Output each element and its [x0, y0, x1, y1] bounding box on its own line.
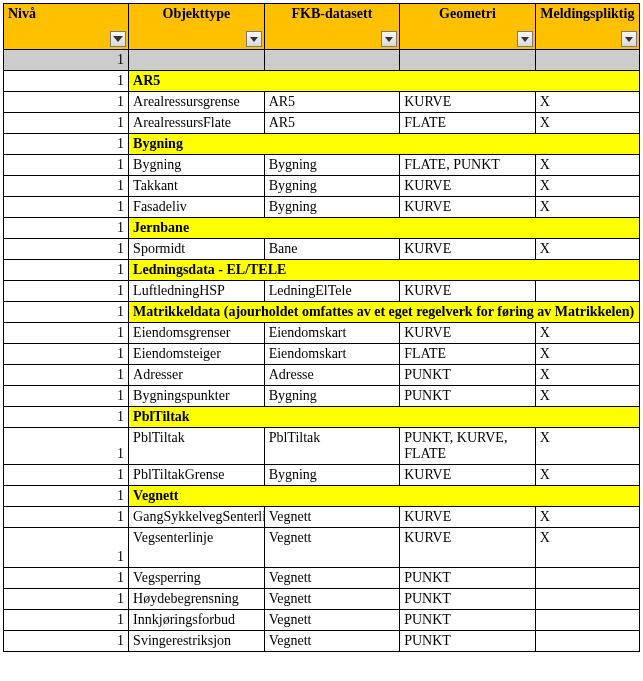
dropdown-icon[interactable] [246, 31, 262, 47]
cell-geometri: KURVE [400, 528, 536, 568]
cell-meldingspliktig: X [535, 323, 639, 344]
cell-nivaa: 1 [4, 197, 129, 218]
cell-nivaa: 1 [4, 71, 129, 92]
table-row: 1BygningBygningFLATE, PUNKTX [4, 155, 640, 176]
cell-geometri: PUNKT, KURVE, FLATE [400, 428, 536, 465]
header-row: Nivå Objekttype FKB-datasett Geometri Me… [4, 4, 640, 50]
table-row: 1AdresserAdressePUNKTX [4, 365, 640, 386]
cell-fkb: AR5 [264, 92, 400, 113]
cell-fkb: Vegnett [264, 528, 400, 568]
cell-geometri: PUNKT [400, 610, 536, 631]
cell-fkb: Adresse [264, 365, 400, 386]
cell-objekttype: PblTiltakGrense [129, 465, 265, 486]
cell-objekttype: Innkjøringsforbud [129, 610, 265, 631]
cell-meldingspliktig: X [535, 92, 639, 113]
cell-nivaa: 1 [4, 610, 129, 631]
col-header-nivaa: Nivå [4, 4, 129, 50]
section-header-row: 1Ledningsdata - EL/TELE [4, 260, 640, 281]
section-header-row: 1Matrikkeldata (ajourholdet omfattes av … [4, 302, 640, 323]
table-row: 1SvingerestriksjonVegnettPUNKT [4, 631, 640, 652]
cell-objekttype: ArealressursFlate [129, 113, 265, 134]
cell-geometri: KURVE [400, 507, 536, 528]
cell-meldingspliktig: X [535, 428, 639, 465]
table-row: 1FasadelivBygningKURVEX [4, 197, 640, 218]
dropdown-icon[interactable] [621, 31, 637, 47]
cell-nivaa: 1 [4, 50, 129, 71]
header-label: Objekttype [163, 6, 231, 21]
table-row: 1VegsperringVegnettPUNKT [4, 568, 640, 589]
cell-nivaa: 1 [4, 281, 129, 302]
cell-objekttype: Høydebegrensning [129, 589, 265, 610]
cell-meldingspliktig [535, 610, 639, 631]
cell-fkb: Vegnett [264, 589, 400, 610]
cell-fkb: PblTiltak [264, 428, 400, 465]
col-header-geometri: Geometri [400, 4, 536, 50]
dropdown-icon[interactable] [517, 31, 533, 47]
section-title: Matrikkeldata (ajourholdet omfattes av e… [129, 302, 640, 323]
cell-fkb: Bygning [264, 155, 400, 176]
cell-geometri: KURVE [400, 239, 536, 260]
cell-meldingspliktig [535, 281, 639, 302]
cell-objekttype: LuftledningHSP [129, 281, 265, 302]
cell-nivaa: 1 [4, 176, 129, 197]
table-row: 1InnkjøringsforbudVegnettPUNKT [4, 610, 640, 631]
cell-nivaa: 1 [4, 568, 129, 589]
cell-geometri: PUNKT [400, 365, 536, 386]
cell-nivaa: 1 [4, 589, 129, 610]
cell-nivaa: 1 [4, 344, 129, 365]
cell-geometri: PUNKT [400, 589, 536, 610]
section-header-row: 1Vegnett [4, 486, 640, 507]
dropdown-icon[interactable] [381, 31, 397, 47]
col-header-objekttype: Objekttype [129, 4, 265, 50]
cell-meldingspliktig: X [535, 176, 639, 197]
data-table: Nivå Objekttype FKB-datasett Geometri Me… [3, 3, 640, 652]
cell-fkb: Eiendomskart [264, 344, 400, 365]
cell-objekttype: Arealressursgrense [129, 92, 265, 113]
table-row: 1ArealressursgrenseAR5KURVEX [4, 92, 640, 113]
section-title: Jernbane [129, 218, 640, 239]
header-label: FKB-datasett [291, 6, 372, 21]
header-label: Nivå [8, 6, 36, 21]
cell-objekttype: Spormidt [129, 239, 265, 260]
cell-nivaa: 1 [4, 365, 129, 386]
section-header-row: 1Bygning [4, 134, 640, 155]
section-title: PblTiltak [129, 407, 640, 428]
cell-meldingspliktig [535, 568, 639, 589]
cell-fkb: Bygning [264, 176, 400, 197]
header-label: Meldingspliktig [540, 6, 634, 21]
cell-fkb: Vegnett [264, 610, 400, 631]
cell-fkb: Bane [264, 239, 400, 260]
cell-objekttype: Bygningspunkter [129, 386, 265, 407]
cell-objekttype: Eiendomsgrenser [129, 323, 265, 344]
cell-fkb: LedningElTele [264, 281, 400, 302]
table-row: 1PblTiltakPblTiltakPUNKT, KURVE, FLATEX [4, 428, 640, 465]
cell-geometri: PUNKT [400, 568, 536, 589]
section-title: AR5 [129, 71, 640, 92]
header-label: Geometri [439, 6, 496, 21]
cell-nivaa: 1 [4, 631, 129, 652]
filter-icon[interactable] [110, 31, 126, 47]
cell-nivaa: 1 [4, 486, 129, 507]
cell-meldingspliktig: X [535, 344, 639, 365]
cell-meldingspliktig: X [535, 113, 639, 134]
table-row: 1HøydebegrensningVegnettPUNKT [4, 589, 640, 610]
cell-nivaa: 1 [4, 239, 129, 260]
cell-fkb: Vegnett [264, 568, 400, 589]
cell-fkb: AR5 [264, 113, 400, 134]
cell-geometri: FLATE, PUNKT [400, 155, 536, 176]
cell-geometri: PUNKT [400, 631, 536, 652]
section-header-row: 1Jernbane [4, 218, 640, 239]
col-header-fkb: FKB-datasett [264, 4, 400, 50]
table-row: 1EiendomsteigerEiendomskartFLATEX [4, 344, 640, 365]
cell-meldingspliktig [535, 631, 639, 652]
cell-objekttype: Takkant [129, 176, 265, 197]
cell-objekttype: Adresser [129, 365, 265, 386]
cell-geometri: FLATE [400, 113, 536, 134]
section-title: Vegnett [129, 486, 640, 507]
table-row: 1TakkantBygningKURVEX [4, 176, 640, 197]
cell-nivaa: 1 [4, 323, 129, 344]
cell-nivaa: 1 [4, 528, 129, 568]
col-header-meldingspliktig: Meldingspliktig [535, 4, 639, 50]
cell-meldingspliktig: X [535, 239, 639, 260]
table-row: 1LuftledningHSPLedningElTeleKURVE [4, 281, 640, 302]
